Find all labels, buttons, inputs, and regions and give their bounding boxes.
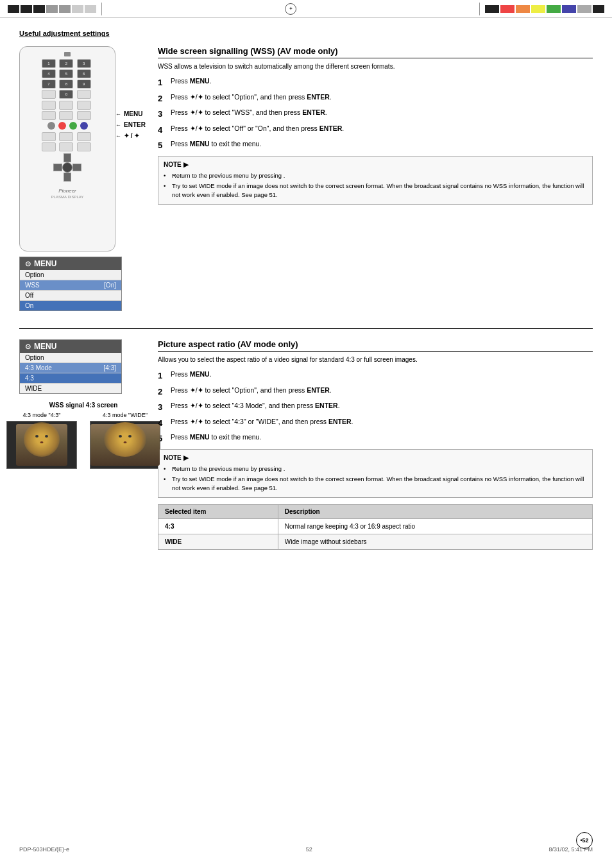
dpad-down-button[interactable] xyxy=(64,173,71,182)
remote-circle-green[interactable] xyxy=(69,122,77,130)
remote-brand-label: Pioneer xyxy=(58,188,76,194)
lion-eye-left-43 xyxy=(35,435,38,438)
dpad-left-button[interactable] xyxy=(53,164,62,171)
aspect-43-label: 4:3 xyxy=(25,375,34,382)
table-header-item: Selected item xyxy=(158,505,278,519)
aspect-note-text-2: Try to set WIDE mode if an image does no… xyxy=(172,475,587,493)
remote-key-9[interactable]: 9 xyxy=(77,80,91,89)
bar-right-6 xyxy=(562,5,576,13)
remote-circle-red[interactable] xyxy=(58,122,66,130)
dpad-center-button[interactable] xyxy=(62,162,72,173)
remote-key-4[interactable]: 4 xyxy=(42,69,56,78)
wss-step-4: 4 Press ✦/✦ to select "Off" or "On", and… xyxy=(158,124,593,137)
wss-menu-on-row: On xyxy=(20,301,121,311)
wss-note-header: NOTE ▶ xyxy=(164,160,587,169)
bar-block-1 xyxy=(8,5,19,13)
remote-key-3[interactable]: 3 xyxy=(77,59,91,68)
wss-menu-box: ⊙ MENU Option WSS [On] Off On xyxy=(19,257,122,311)
wss-signal-area: WSS signal 4:3 screen 4:3 mode "4:3" xyxy=(19,402,148,469)
wss-row-label: WSS xyxy=(25,282,40,289)
table-header-description: Description xyxy=(278,505,592,519)
lion-eyes-wide xyxy=(119,435,132,438)
wss-heading: Wide screen signalling (WSS) (AV mode on… xyxy=(158,46,593,58)
dpad-up-button[interactable] xyxy=(64,153,71,162)
wss-on-label: On xyxy=(25,302,33,309)
remote-more-3[interactable] xyxy=(77,132,91,141)
aspect-section-layout: ⊙ MENU Option 4:3 Mode [4:3] 4:3 WIDE xyxy=(19,339,593,550)
wss-section-layout: 1 2 3 4 5 6 7 8 9 0 xyxy=(19,46,593,319)
wss-steps: 1 Press MENU. 2 Press ✦/✦ to select "Opt… xyxy=(158,76,593,152)
remote-func-4[interactable] xyxy=(42,111,56,120)
wss-note-text-1: Return to the previous menu by pressing … xyxy=(172,171,285,180)
wss-note-bullet-2: • Try to set WIDE mode if an image does … xyxy=(164,182,587,200)
remote-circle-blue[interactable] xyxy=(80,122,88,130)
remote-key-6[interactable]: 6 xyxy=(77,69,91,78)
aspect-wide-label: WIDE xyxy=(25,385,42,392)
wss-wide-label: 4:3 mode "WIDE" xyxy=(103,412,148,418)
aspect-step-text-4: Press ✦/✦ to select "4:3" or "WIDE", and… xyxy=(171,417,593,427)
menu-label: ← MENU xyxy=(115,110,146,117)
wss-step-1: 1 Press MENU. xyxy=(158,76,593,89)
wss-menu-option-row: Option xyxy=(20,270,121,280)
remote-func-1[interactable] xyxy=(42,101,56,110)
aspect-right-col: Picture aspect ratio (AV mode only) Allo… xyxy=(158,339,593,550)
aspect-step-1: 1 Press MENU. xyxy=(158,370,593,382)
remote-more-keys xyxy=(42,132,93,151)
enter-label-text: ENTER xyxy=(124,121,146,128)
main-content: Useful adjustment settings 1 2 3 4 xyxy=(0,18,612,575)
aspect-menu-box: ⊙ MENU Option 4:3 Mode [4:3] 4:3 WIDE xyxy=(19,339,122,394)
lion-eye-right-43 xyxy=(45,435,48,438)
footer-center: 52 xyxy=(306,846,312,853)
remote-circle-1[interactable] xyxy=(47,122,55,130)
footer-left: PDP-503HDE/(E)-e xyxy=(19,846,69,853)
remote-func-2[interactable] xyxy=(59,101,73,110)
remote-func-3[interactable] xyxy=(77,101,91,110)
remote-with-labels: 1 2 3 4 5 6 7 8 9 0 xyxy=(19,46,148,257)
lion-eye-right-wide xyxy=(128,435,132,438)
remote-key-2[interactable]: 2 xyxy=(59,59,73,68)
bar-block-7 xyxy=(85,5,96,13)
bar-right-1 xyxy=(485,5,499,13)
table-cell-desc-wide: Wide image without sidebars xyxy=(278,534,592,550)
remote-dpad xyxy=(53,153,81,182)
table-cell-item-43: 4:3 xyxy=(158,519,278,534)
remote-key-5[interactable]: 5 xyxy=(59,69,73,78)
wss-step-5: 5 Press MENU to exit the menu. xyxy=(158,139,593,152)
table-cell-item-wide: WIDE xyxy=(158,534,278,550)
aspect-note-bullet-1: • Return to the previous menu by pressin… xyxy=(164,464,587,473)
lion-43-art xyxy=(16,424,67,466)
arrows-connector: ← xyxy=(115,133,121,139)
bar-block-2 xyxy=(21,5,32,13)
remote-func-6[interactable] xyxy=(77,111,91,120)
remote-more-2[interactable] xyxy=(59,132,73,141)
aspect-description: Allows you to select the aspect ratio of… xyxy=(158,355,593,364)
wss-step-num-4: 4 xyxy=(158,124,167,137)
remote-model-label: PLASMA DISPLAY xyxy=(51,195,84,199)
wss-row-value: [On] xyxy=(104,282,116,289)
remote-more-5[interactable] xyxy=(59,142,73,151)
remote-top-buttons xyxy=(64,52,71,56)
remote-func-5[interactable] xyxy=(59,111,73,120)
wss-menu-wss-row: WSS [On] xyxy=(20,280,121,291)
lion-wide-art xyxy=(90,424,160,466)
remote-key-1[interactable]: 1 xyxy=(42,59,56,68)
bar-right-7 xyxy=(577,5,591,13)
wss-wide-image xyxy=(90,421,160,469)
remote-key-8[interactable]: 8 xyxy=(59,80,73,89)
remote-more-4[interactable] xyxy=(42,142,56,151)
bar-right-5 xyxy=(547,5,561,13)
lion-face-wide xyxy=(109,427,141,454)
remote-more-1[interactable] xyxy=(42,132,56,141)
top-bar-right-pattern xyxy=(475,3,604,15)
aspect-left-col: ⊙ MENU Option 4:3 Mode [4:3] 4:3 WIDE xyxy=(19,339,148,550)
dpad-right-button[interactable] xyxy=(72,164,81,171)
top-bar-left-pattern xyxy=(8,3,106,15)
wss-signal-title: WSS signal 4:3 screen xyxy=(49,402,118,409)
lion-nose-wide xyxy=(124,441,127,443)
wss-step-2: 2 Press ✦/✦ to select "Option", and then… xyxy=(158,92,593,105)
enter-arrow: ← xyxy=(115,122,121,128)
remote-more-6[interactable] xyxy=(77,142,91,151)
aspect-menu-title-text: MENU xyxy=(34,342,56,351)
remote-key-7[interactable]: 7 xyxy=(42,80,56,89)
remote-key-0[interactable]: 0 xyxy=(59,90,73,99)
